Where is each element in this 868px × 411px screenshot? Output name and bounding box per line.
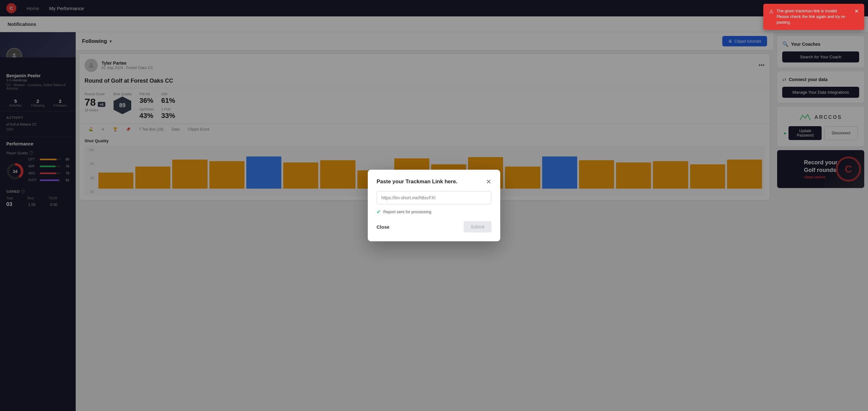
modal-header: Paste your Trackman Link here. ✕	[377, 179, 491, 185]
modal-submit-button[interactable]: Submit	[464, 221, 491, 232]
modal-success-message: ✔ Report sent for processing	[377, 209, 491, 215]
error-close-button[interactable]: ✕	[855, 8, 859, 14]
error-icon: ⚠	[769, 8, 773, 14]
success-checkmark-icon: ✔	[377, 209, 381, 215]
modal-close-button[interactable]: Close	[377, 224, 390, 230]
modal-close-x-button[interactable]: ✕	[486, 179, 491, 185]
modal-overlay: Paste your Trackman Link here. ✕ ✔ Repor…	[0, 0, 868, 411]
success-text: Report sent for processing	[383, 210, 431, 214]
modal-title: Paste your Trackman Link here.	[377, 179, 457, 185]
error-message: The given trackman link is invalid. Plea…	[777, 8, 851, 26]
trackman-modal: Paste your Trackman Link here. ✕ ✔ Repor…	[368, 170, 500, 241]
trackman-link-input[interactable]	[377, 191, 491, 204]
modal-actions: Close Submit	[377, 221, 491, 232]
error-banner: ⚠ The given trackman link is invalid. Pl…	[763, 4, 864, 30]
